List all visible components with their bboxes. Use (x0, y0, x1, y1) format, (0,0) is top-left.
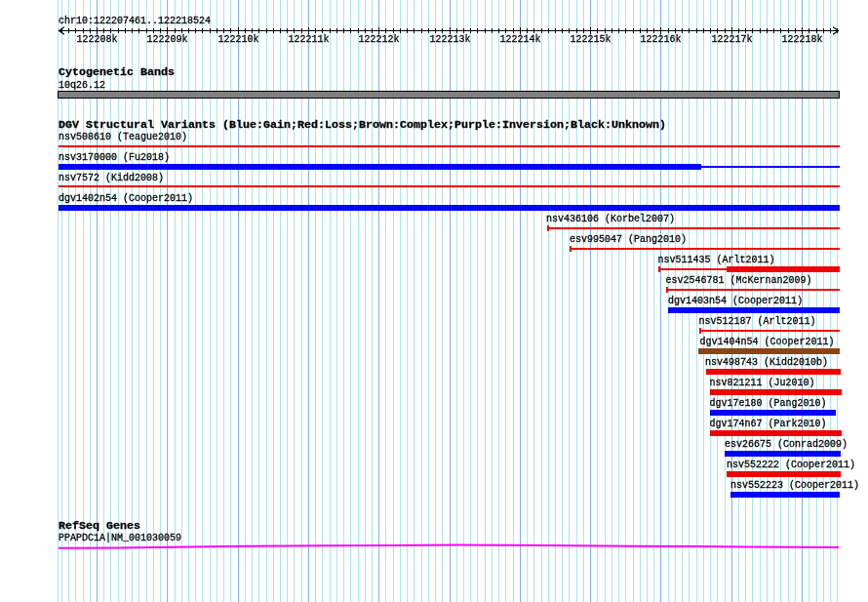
svg-text:nsv821211 (Ju2010): nsv821211 (Ju2010) (710, 378, 815, 388)
svg-text:nsv498743 (Kidd2010b): nsv498743 (Kidd2010b) (705, 357, 828, 368)
svg-text:122215k: 122215k (571, 34, 612, 45)
svg-text:122210k: 122210k (218, 34, 259, 45)
svg-text:nsv552222 (Cooper2011): nsv552222 (Cooper2011) (727, 460, 855, 470)
svg-text:nsv7572 (Kidd2008): nsv7572 (Kidd2008) (59, 173, 164, 183)
svg-text:dgv1404n54 (Cooper2011): dgv1404n54 (Cooper2011) (700, 337, 835, 347)
svg-text:nsv508610 (Teague2010): nsv508610 (Teague2010) (59, 132, 187, 142)
svg-text:PPAPDC1A|NM_001030059: PPAPDC1A|NM_001030059 (59, 533, 181, 543)
svg-text:122209k: 122209k (147, 34, 188, 45)
svg-text:dgv174n67 (Park2010): dgv174n67 (Park2010) (710, 419, 827, 429)
svg-text:10q26.12: 10q26.12 (59, 80, 105, 91)
svg-text:esv2546781 (McKernan2009): esv2546781 (McKernan2009) (666, 275, 812, 286)
svg-text:dgv1403n54 (Cooper2011): dgv1403n54 (Cooper2011) (668, 296, 803, 306)
svg-text:122218k: 122218k (782, 34, 823, 45)
svg-text:nsv552223 (Cooper2011): nsv552223 (Cooper2011) (730, 480, 859, 491)
svg-text:nsv3170000 (Fu2018): nsv3170000 (Fu2018) (59, 152, 170, 163)
svg-text:dgv1402n54 (Cooper2011): dgv1402n54 (Cooper2011) (59, 193, 193, 204)
svg-text:esv995047 (Pang2010): esv995047 (Pang2010) (570, 234, 687, 245)
svg-text:esv26675 (Conrad2009): esv26675 (Conrad2009) (725, 439, 848, 450)
svg-text:122212k: 122212k (359, 34, 400, 45)
svg-text:122216k: 122216k (641, 34, 682, 45)
svg-text:122214k: 122214k (500, 34, 541, 45)
svg-text:chr10:122207461..122218524: chr10:122207461..122218524 (59, 16, 211, 26)
svg-text:nsv511435 (Arlt2011): nsv511435 (Arlt2011) (658, 255, 775, 265)
svg-text:122211k: 122211k (289, 34, 330, 45)
svg-text:122213k: 122213k (430, 34, 471, 45)
svg-text:122208k: 122208k (77, 34, 118, 45)
svg-text:122217k: 122217k (712, 34, 753, 45)
svg-text:DGV Structural Variants (Blue:: DGV Structural Variants (Blue:Gain;Red:L… (59, 118, 666, 131)
svg-text:RefSeq Genes: RefSeq Genes (59, 519, 140, 532)
svg-text:nsv512187 (Arlt2011): nsv512187 (Arlt2011) (699, 316, 816, 327)
svg-text:Cytogenetic Bands: Cytogenetic Bands (59, 65, 175, 78)
svg-text:dgv17e180 (Pang2010): dgv17e180 (Pang2010) (710, 398, 827, 409)
svg-text:nsv436106 (Korbel2007): nsv436106 (Korbel2007) (546, 214, 675, 224)
